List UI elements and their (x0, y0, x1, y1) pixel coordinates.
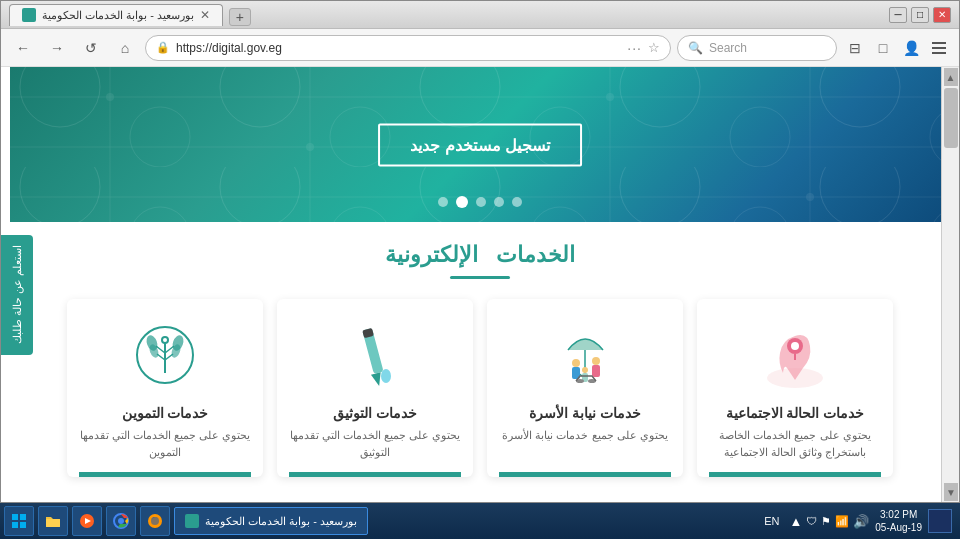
services-title-normal: الخدمات (496, 242, 575, 267)
hero-dot-4[interactable] (494, 197, 504, 207)
svg-rect-19 (592, 365, 600, 377)
file-explorer-button[interactable] (38, 506, 68, 536)
new-tab-button[interactable]: + (229, 8, 251, 26)
bookmark-icon[interactable]: ☆ (648, 40, 660, 55)
menu-button[interactable] (927, 36, 951, 60)
notary-card-bar (289, 472, 461, 477)
language-indicator[interactable]: EN (760, 515, 783, 527)
side-tab-label: استعلم عن حالة طلبك (10, 245, 24, 344)
maximize-button[interactable]: □ (911, 7, 929, 23)
scrollbar-track[interactable]: ▲ ▼ (941, 67, 959, 502)
firefox-button[interactable] (140, 506, 170, 536)
svg-rect-42 (12, 522, 18, 528)
svg-rect-41 (20, 514, 26, 520)
chrome-button[interactable] (106, 506, 136, 536)
social-card-title: خدمات الحالة الاجتماعية (726, 405, 865, 421)
svg-point-13 (791, 342, 799, 350)
family-card-desc: يحتوي على جميع خدمات نيابة الأسرة (502, 427, 667, 460)
svg-point-10 (806, 193, 814, 201)
service-card-supply[interactable]: خدمات التموين يحتوي على جميع الخدمات الت… (67, 299, 263, 477)
browser-tabs: بورسعيد - بوابة الخدمات الحكومية ✕ + (9, 4, 251, 26)
extensions-icon[interactable]: □ (871, 36, 895, 60)
supply-card-bar (79, 472, 251, 477)
svg-point-48 (118, 518, 124, 524)
taskbar-right: EN ▲ 🛡 ⚑ 📶 🔊 3:02 PM 05-Aug-19 (760, 508, 960, 534)
social-card-bar (709, 472, 881, 477)
windows-logo-icon (11, 513, 27, 529)
svg-point-18 (592, 357, 600, 365)
clock-time: 3:02 PM (880, 508, 917, 521)
web-main-content: تسجيل مستخدم جديد استعلم عن حالة طلبك (1, 67, 959, 502)
svg-rect-43 (20, 522, 26, 528)
firefox-icon (147, 513, 163, 529)
notary-service-icon (335, 315, 415, 395)
folder-icon (45, 514, 61, 528)
service-card-social[interactable]: خدمات الحالة الاجتماعية يحتوي على جميع ا… (697, 299, 893, 477)
browser-tab-active[interactable]: بورسعيد - بوابة الخدمات الحكومية ✕ (9, 4, 223, 26)
supply-card-desc: يحتوي على جميع الخدمات التي تقدمها التمو… (79, 427, 251, 460)
ssl-lock-icon: 🔒 (156, 41, 170, 54)
scrollbar-down-button[interactable]: ▼ (944, 483, 958, 501)
search-box[interactable]: 🔍 Search (677, 35, 837, 61)
address-options-icon[interactable]: ··· (627, 40, 642, 56)
services-title-colored: الإلكترونية (385, 242, 478, 267)
services-section: الخدمات الإلكترونية (1, 222, 959, 487)
bookmarks-icon[interactable]: ⊟ (843, 36, 867, 60)
social-card-desc: يحتوي على جميع الخدمات الخاصة باستخراج و… (709, 427, 881, 460)
back-button[interactable]: ← (9, 34, 37, 62)
browser-titlebar: بورسعيد - بوابة الخدمات الحكومية ✕ + ─ □… (1, 1, 959, 29)
toolbar-icons: ⊟ □ 👤 (843, 36, 951, 60)
services-grid: خدمات الحالة الاجتماعية يحتوي على جميع ا… (21, 299, 939, 477)
hero-dot-1[interactable] (438, 197, 448, 207)
scrollbar-up-button[interactable]: ▲ (944, 68, 958, 86)
antivirus-icon: 🛡 (806, 515, 817, 527)
supply-card-title: خدمات التموين (122, 405, 209, 421)
start-button[interactable] (4, 506, 34, 536)
network-icon: ▲ (789, 514, 802, 529)
address-bar[interactable]: 🔒 https://digital.gov.eg ··· ☆ (145, 35, 671, 61)
chrome-icon (113, 513, 129, 529)
svg-point-27 (381, 369, 391, 383)
refresh-button[interactable]: ↺ (77, 34, 105, 62)
svg-point-8 (306, 143, 314, 151)
family-card-bar (499, 472, 671, 477)
service-card-family[interactable]: خدمات نيابة الأسرة يحتوي على جميع خدمات … (487, 299, 683, 477)
security-icon: ⚑ (821, 515, 831, 528)
service-card-notary[interactable]: خدمات التوثيق يحتوي على جميع الخدمات الت… (277, 299, 473, 477)
tab-favicon (22, 8, 36, 22)
inquiry-side-tab[interactable]: استعلم عن حالة طلبك (1, 235, 33, 355)
minimize-button[interactable]: ─ (889, 7, 907, 23)
notary-card-desc: يحتوي على جميع الخدمات التي تقدمها التوث… (289, 427, 461, 460)
browser-window: بورسعيد - بوابة الخدمات الحكومية ✕ + ─ □… (0, 0, 960, 503)
tab-close-button[interactable]: ✕ (200, 8, 210, 22)
svg-point-39 (163, 338, 167, 342)
web-page: تسجيل مستخدم جديد استعلم عن حالة طلبك (1, 67, 959, 502)
register-button[interactable]: تسجيل مستخدم جديد (378, 123, 582, 166)
svg-point-7 (106, 93, 114, 101)
scrollbar-thumb[interactable] (944, 88, 958, 148)
home-button[interactable]: ⌂ (111, 34, 139, 62)
svg-rect-40 (12, 514, 18, 520)
systray: ▲ 🛡 ⚑ 📶 🔊 (789, 514, 869, 529)
taskbar-window-button[interactable]: بورسعيد - بوابة الخدمات الحكومية (174, 507, 368, 535)
social-service-icon (755, 315, 835, 395)
hero-dot-2[interactable] (456, 196, 468, 208)
forward-button[interactable]: → (43, 34, 71, 62)
hero-dot-5[interactable] (512, 197, 522, 207)
volume-icon: 🔊 (853, 514, 869, 529)
web-wrapper: تسجيل مستخدم جديد استعلم عن حالة طلبك (1, 67, 959, 502)
clock-date: 05-Aug-19 (875, 521, 922, 534)
services-title: الخدمات الإلكترونية (21, 242, 939, 268)
search-icon: 🔍 (688, 41, 703, 55)
family-card-title: خدمات نيابة الأسرة (529, 405, 641, 421)
hero-dot-3[interactable] (476, 197, 486, 207)
svg-point-9 (606, 93, 614, 101)
taskbar-window-label: بورسعيد - بوابة الخدمات الحكومية (205, 515, 357, 528)
notary-card-title: خدمات التوثيق (333, 405, 417, 421)
taskbar-clock: 3:02 PM 05-Aug-19 (875, 508, 922, 534)
media-player-button[interactable] (72, 506, 102, 536)
profile-icon[interactable]: 👤 (899, 36, 923, 60)
close-button[interactable]: ✕ (933, 7, 951, 23)
svg-point-20 (582, 367, 588, 373)
show-desktop-button[interactable] (928, 509, 952, 533)
